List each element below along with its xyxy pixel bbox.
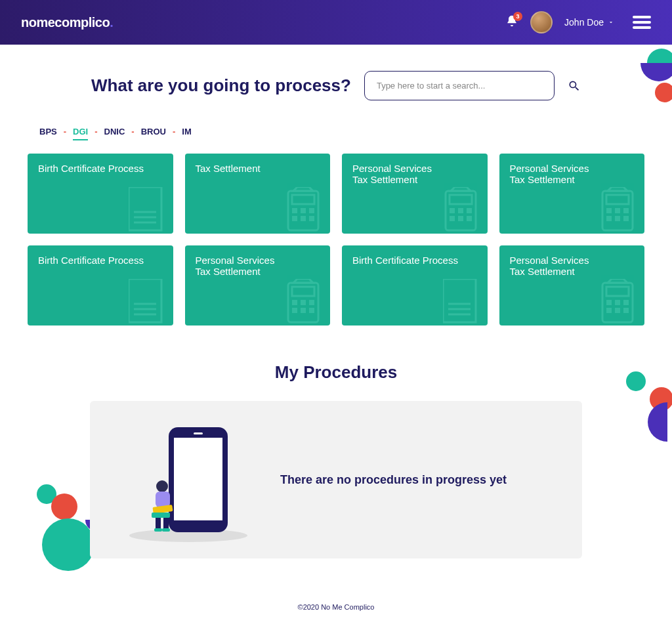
tab-dgi[interactable]: DGI [73,127,88,140]
card-title: Personal Services Tax Settlement [196,255,320,277]
process-card[interactable]: Birth Certificate Process [342,245,488,326]
svg-rect-46 [606,300,612,305]
svg-rect-9 [292,216,297,221]
card-title: Birth Certificate Process [38,163,163,174]
footer-copyright: ©2020 No Me Complico [28,603,644,611]
svg-rect-54 [174,438,222,520]
menu-button[interactable] [633,16,651,29]
svg-rect-16 [467,208,472,213]
cards-grid: Birth Certificate ProcessTax SettlementP… [28,154,644,326]
svg-rect-57 [156,492,170,507]
svg-rect-33 [292,287,314,296]
empty-illustration [123,414,254,545]
svg-rect-18 [458,216,463,221]
calculator-icon [600,279,639,326]
svg-rect-36 [309,300,314,305]
search-row: What are you going to process? [28,71,644,100]
svg-rect-19 [467,216,472,221]
svg-rect-61 [152,513,170,518]
username-text: John Doe [564,17,604,28]
svg-rect-21 [606,195,629,204]
empty-text: There are no procedures in progress yet [280,473,507,487]
svg-rect-26 [615,216,620,221]
svg-rect-27 [623,216,629,221]
main-content: What are you going to process? BPS-DGI-D… [0,45,672,611]
chevron-down-icon [608,19,614,26]
tab-separator: - [64,127,66,140]
card-title: Birth Certificate Process [352,255,477,266]
svg-rect-45 [606,287,629,296]
tab-separator: - [131,127,134,140]
svg-rect-38 [301,308,306,313]
tab-bps[interactable]: BPS [39,127,57,140]
tab-separator: - [173,127,175,140]
svg-rect-15 [458,208,463,213]
calculator-icon [285,279,325,326]
svg-rect-11 [309,216,314,221]
calculator-icon [285,187,325,234]
header: nomecomplico. 3 John Doe [0,0,672,45]
logo-text: nomecomplico [21,15,110,30]
svg-rect-7 [301,208,306,213]
svg-rect-24 [623,208,629,213]
document-icon [129,279,168,326]
notifications-button[interactable]: 3 [505,14,518,30]
svg-rect-50 [615,308,620,313]
svg-rect-63 [162,528,170,532]
notification-badge: 3 [513,12,522,21]
svg-rect-5 [292,195,314,204]
calculator-icon [443,187,482,234]
header-right: 3 John Doe [505,11,651,33]
search-input[interactable] [364,71,555,100]
logo-dot: . [110,15,113,30]
card-title: Personal Services Tax Settlement [510,163,635,185]
svg-rect-6 [292,208,297,213]
svg-rect-51 [623,308,629,313]
process-card[interactable]: Personal Services Tax Settlement [185,245,331,326]
tab-im[interactable]: IM [182,127,191,140]
card-title: Personal Services Tax Settlement [352,163,477,185]
card-title: Tax Settlement [196,163,320,174]
document-icon [443,279,482,326]
svg-rect-34 [292,300,297,305]
logo[interactable]: nomecomplico. [21,15,113,30]
svg-rect-13 [450,195,472,204]
process-card[interactable]: Personal Services Tax Settlement [499,154,645,234]
svg-rect-37 [292,308,297,313]
process-card[interactable]: Personal Services Tax Settlement [499,245,645,326]
svg-rect-55 [194,432,203,434]
search-icon[interactable] [568,79,581,93]
document-icon [129,187,168,234]
process-card[interactable]: Birth Certificate Process [28,154,173,234]
svg-rect-22 [606,208,612,213]
svg-rect-28 [129,279,161,322]
tab-dnic[interactable]: DNIC [104,127,125,140]
svg-rect-17 [450,216,455,221]
filter-tabs: BPS-DGI-DNIC-BROU-IM [28,127,644,140]
svg-rect-0 [129,187,161,230]
svg-rect-14 [450,208,455,213]
svg-rect-39 [309,308,314,313]
svg-rect-48 [623,300,629,305]
svg-point-56 [156,480,168,492]
procedures-title: My Procedures [28,362,644,383]
svg-rect-35 [301,300,306,305]
svg-rect-25 [606,216,612,221]
calculator-icon [600,187,639,234]
user-menu[interactable]: John Doe [564,17,614,28]
tab-separator: - [94,127,97,140]
card-title: Personal Services Tax Settlement [510,255,635,277]
card-title: Birth Certificate Process [38,255,163,266]
svg-rect-8 [309,208,314,213]
svg-rect-10 [301,216,306,221]
process-card[interactable]: Personal Services Tax Settlement [342,154,488,234]
svg-rect-62 [154,528,162,532]
svg-rect-47 [615,300,620,305]
process-card[interactable]: Birth Certificate Process [28,245,173,326]
svg-rect-40 [443,279,476,322]
process-card[interactable]: Tax Settlement [185,154,331,234]
avatar[interactable] [530,11,553,33]
tab-brou[interactable]: BROU [141,127,166,140]
search-title: What are you going to process? [91,75,351,96]
empty-procedures-card: There are no procedures in progress yet [90,401,582,558]
